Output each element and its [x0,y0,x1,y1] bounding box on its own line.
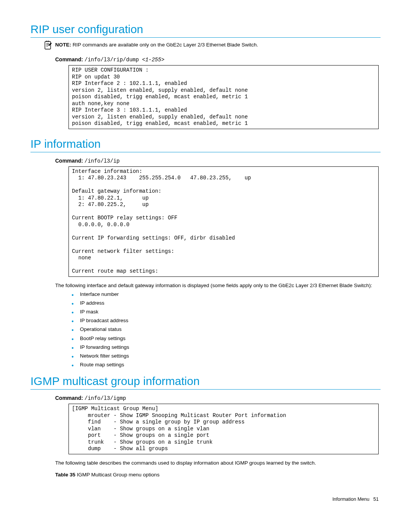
heading-rule [30,152,381,152]
bullet-list-ip: Interface number IP address IP mask IP b… [30,291,381,368]
list-item: Interface number [72,291,381,297]
command-arg: <1-255> [142,57,164,63]
list-item: IP broadcast address [72,318,381,324]
note-text: NOTE: RIP commands are available only on… [55,42,258,48]
command-line-ip: Command: /info/l3/ip [55,158,381,164]
paragraph-igmp: The following table describes the comman… [55,460,379,466]
footer-section: Information Menu [332,497,369,502]
code-box-ip: Interface information: 1: 47.80.23.243 2… [68,166,379,277]
code-box-rip: RIP USER CONFIGURATION : RIP on updat 30… [68,65,379,129]
list-item: Operational status [72,326,381,332]
command-code: /info/l3/igmp [84,395,126,401]
command-line-rip: Command: /info/l3/rip/dump <1-255> [55,56,381,63]
table-caption-text: IGMP Multicast Group menu options [75,472,159,478]
command-code: /info/l3/rip/dump <1-255> [84,57,164,63]
table-caption: Table 35 IGMP Multicast Group menu optio… [55,472,381,478]
heading-rip-user-config: RIP user configuration [30,23,381,36]
code-box-igmp: [IGMP Multicast Group Menu] mrouter - Sh… [68,404,379,454]
heading-ip-information: IP information [30,137,381,150]
list-item: IP address [72,300,381,306]
heading-igmp: IGMP multicast group information [30,375,381,388]
list-item: Network filter settings [72,353,381,359]
page-footer: Information Menu 51 [30,497,381,502]
list-item: BootP relay settings [72,335,381,342]
note-label: NOTE: [55,42,71,48]
command-label: Command: [55,56,83,62]
table-label: Table 35 [55,472,75,478]
list-item: IP mask [72,309,381,315]
command-code: /info/l3/ip [84,158,119,164]
document-page: RIP user configuration NOTE: RIP command… [0,0,411,517]
note-row: NOTE: RIP commands are available only on… [44,42,381,51]
command-line-igmp: Command: /info/l3/igmp [55,395,381,401]
heading-rule [30,389,381,390]
list-item: IP forwarding settings [72,344,381,350]
command-label: Command: [55,158,83,164]
note-icon [44,41,53,51]
heading-rule [30,37,381,38]
footer-page-number: 51 [373,497,379,502]
paragraph-ip-info: The following interface and default gate… [55,282,379,289]
note-body: RIP commands are available only on the G… [71,42,258,48]
command-label: Command: [55,395,83,401]
list-item: Route map settings [72,362,381,368]
